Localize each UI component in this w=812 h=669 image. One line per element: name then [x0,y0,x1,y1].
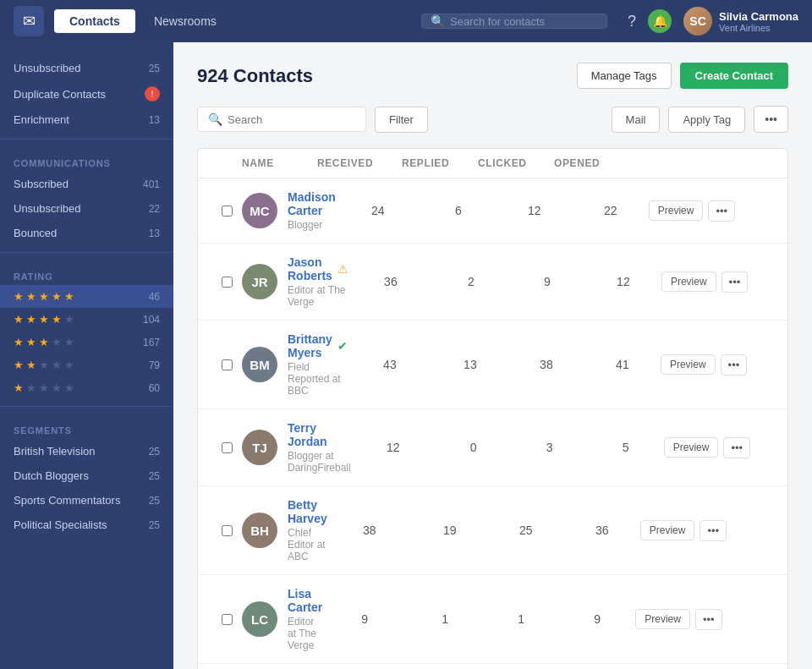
sidebar-item-british-tv[interactable]: British Television 25 [0,439,173,463]
avatar-initials: MC [242,193,277,228]
rating-4star[interactable]: ★ ★ ★ ★ ★ 104 [0,308,173,331]
stat-opened: 36 [564,524,640,537]
stat-received: 38 [327,524,412,537]
section-segments: SEGMENTS [0,414,173,439]
count-2star: 79 [149,359,160,371]
row-checkbox[interactable] [222,359,233,370]
row-actions: Preview ••• [661,271,763,293]
row-checkbox-cell [211,614,242,625]
manage-tags-button[interactable]: Manage Tags [577,63,672,89]
contact-info: BH Betty Harvey Chief Editor at ABC [242,498,327,562]
help-icon[interactable]: ? [628,13,636,30]
notification-bell[interactable]: 🔔 [648,9,672,33]
contact-role: Blogger [288,219,336,231]
preview-button[interactable]: Preview [649,200,704,221]
row-checkbox[interactable] [222,206,233,217]
nav-search-input[interactable] [450,15,598,28]
contact-name[interactable]: Lisa Carter [288,587,322,614]
contact-name[interactable]: Brittany Myers [288,332,332,359]
row-checkbox[interactable] [222,277,233,288]
section-rating: RATING [0,260,173,285]
sidebar-item-sports-commentators[interactable]: Sports Commentators 25 [0,488,173,513]
search-icon: 🔍 [431,14,445,28]
contact-name[interactable]: Jason Roberts [288,255,332,282]
sidebar-item-bounced[interactable]: Bounced 13 [0,221,173,245]
page-title: 924 Contacts [197,65,313,87]
sidebar-item-dutch-bloggers[interactable]: Dutch Bloggers 25 [0,463,173,488]
sidebar-label-unsubscribed-comm: Unsubscribed [14,202,149,215]
apply-tag-button[interactable]: Apply Tag [668,107,745,133]
contact-role: Field Reported at BBC [288,361,348,397]
mail-button[interactable]: Mail [612,107,661,133]
row-more-button[interactable]: ••• [721,354,748,376]
sidebar-label-enrichment: Enrichment [14,113,149,126]
contact-name-wrap: Lisa Carter [288,587,322,614]
rating-5star[interactable]: ★ ★ ★ ★ ★ 46 [0,285,173,308]
row-more-button[interactable]: ••• [695,609,722,630]
row-more-button[interactable]: ••• [721,271,749,293]
create-contact-button[interactable]: Create Contact [680,63,788,89]
rating-1star[interactable]: ★ ★ ★ ★ ★ 60 [0,376,173,399]
sidebar-label-dutch-bloggers: Dutch Bloggers [14,469,149,482]
row-more-button[interactable]: ••• [700,520,727,541]
table-header: Name Received Replied Clicked Opened [198,149,787,178]
avatar-initials: BH [242,513,277,548]
contact-avatar: TJ [242,430,277,465]
sidebar-count-unsubscribed: 25 [149,63,160,74]
row-checkbox[interactable] [222,525,233,536]
main-header: 924 Contacts Manage Tags Create Contact [197,63,788,89]
avatar: SC [683,7,712,36]
row-checkbox[interactable] [222,442,233,453]
row-checkbox[interactable] [222,614,233,625]
sidebar-count-british-tv: 25 [149,446,160,458]
sidebar-item-unsubscribed-comm[interactable]: Unsubscribed 22 [0,196,173,221]
sidebar-count-political-specialists: 25 [149,519,160,531]
sidebar-label-duplicate: Duplicate Contacts [14,88,145,101]
header-clicked: Clicked [478,157,554,169]
more-options-button[interactable]: ••• [754,106,788,133]
contact-name-wrap: Terry Jordan [288,421,351,448]
sidebar-item-political-specialists[interactable]: Political Specialists 25 [0,513,173,537]
rating-2star[interactable]: ★ ★ ★ ★ ★ 79 [0,354,173,376]
stat-clicked: 3 [512,441,588,454]
sidebar-count-enrichment: 13 [149,114,160,126]
row-more-button[interactable]: ••• [723,437,750,458]
row-checkbox-cell [211,277,242,288]
contact-name[interactable]: Madison Carter [288,190,336,217]
contact-name-wrap: Madison Carter [288,190,336,217]
row-more-button[interactable]: ••• [708,200,735,222]
sidebar-item-subscribed[interactable]: Subscribed 401 [0,172,173,196]
preview-button[interactable]: Preview [640,520,695,540]
nav-tab-newsrooms[interactable]: Newsrooms [139,9,232,33]
preview-button[interactable]: Preview [661,271,716,292]
contact-avatar: MC [242,193,277,228]
table-row: MB Megan Bowman Reported at TNW 24 6 12 … [198,664,787,669]
user-menu[interactable]: SC Silvia Carmona Vent Airlines [683,7,798,36]
contact-role: Editor at The Verge [288,284,348,308]
sidebar-item-enrichment[interactable]: Enrichment 13 [0,107,173,132]
preview-button[interactable]: Preview [661,354,716,375]
contact-info: TJ Terry Jordan Blogger at DaringFirebal… [242,421,351,474]
user-info: Silvia Carmona Vent Airlines [719,10,798,33]
preview-button[interactable]: Preview [635,609,690,629]
sidebar-item-duplicate-contacts[interactable]: Duplicate Contacts ! [0,80,173,107]
sidebar: Unsubscribed 25 Duplicate Contacts ! Enr… [0,42,173,669]
preview-button[interactable]: Preview [664,437,719,458]
table-row: MC Madison Carter Blogger 24 6 12 22 Pre… [198,178,787,244]
contact-avatar: BM [242,347,277,382]
search-input[interactable] [228,113,355,126]
sidebar-item-unsubscribed[interactable]: Unsubscribed 25 [0,56,173,80]
avatar-initials: TJ [242,430,277,465]
nav-tab-contacts[interactable]: Contacts [54,9,135,33]
contact-role: Editor at The Verge [288,616,322,651]
contact-name[interactable]: Betty Harvey [288,498,327,525]
stars-2: ★ ★ ★ ★ ★ [14,359,74,371]
contact-rows: MC Madison Carter Blogger 24 6 12 22 Pre… [198,178,787,669]
contact-details: Lisa Carter Editor at The Verge [288,587,322,651]
row-checkbox-cell [211,206,242,217]
rating-3star[interactable]: ★ ★ ★ ★ ★ 167 [0,331,173,354]
contact-name[interactable]: Terry Jordan [288,421,351,448]
contact-details: Terry Jordan Blogger at DaringFireball [288,421,351,474]
filter-button[interactable]: Filter [375,107,428,133]
sidebar-label-subscribed: Subscribed [14,178,143,190]
